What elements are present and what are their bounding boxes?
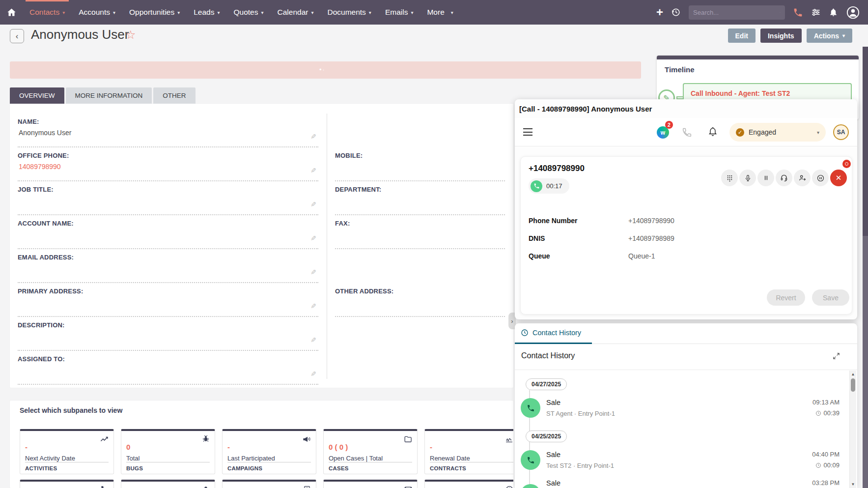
phone-icon	[100, 485, 109, 488]
nav-item-documents[interactable]: Documents▾	[320, 0, 378, 25]
alert-bar: •·	[10, 61, 641, 79]
call-timer-value: 00:17	[546, 182, 562, 190]
nav-item-contacts[interactable]: Contacts▾	[23, 0, 72, 25]
office-phone-link[interactable]: 14089798990	[19, 163, 61, 171]
agent-avatar[interactable]: SA	[833, 124, 849, 140]
folder-icon	[403, 434, 413, 444]
nav-item-emails[interactable]: Emails▾	[378, 0, 420, 25]
contact-detail-panel: NAME: Anonymous User ✎ OFFICE PHONE: 140…	[10, 104, 513, 388]
chevron-down-icon: ▾	[311, 10, 313, 15]
recording-indicator-icon	[842, 160, 851, 168]
nav-item-more[interactable]: More▾	[420, 0, 460, 25]
column-divider	[327, 114, 327, 379]
phone-icon[interactable]	[793, 7, 803, 18]
notifications-bell-icon[interactable]	[829, 7, 838, 17]
pencil-icon[interactable]: ✎	[310, 336, 316, 344]
chevron-down-icon: ▾	[177, 10, 180, 15]
scrollbar-thumb[interactable]	[851, 378, 855, 392]
field-description: DESCRIPTION: ✎	[18, 317, 318, 351]
subpanel-card-row2-1[interactable]	[20, 480, 114, 488]
history-scrollbar[interactable]: ▲ ▼	[849, 371, 856, 488]
scroll-down-icon[interactable]: ▼	[850, 482, 856, 487]
call-window-title: [Call - 14089798990] Anonymous User	[519, 105, 652, 113]
pencil-icon[interactable]: ✎	[310, 167, 316, 174]
hold-button[interactable]	[757, 170, 774, 186]
subpanel-card-campaigns[interactable]: - Last Participated CAMPAIGNS	[222, 429, 316, 474]
document-icon	[303, 485, 311, 488]
pencil-icon[interactable]: ✎	[310, 133, 316, 141]
end-call-button[interactable]: ✕	[830, 170, 847, 186]
insights-button[interactable]: Insights	[760, 29, 802, 43]
actions-button[interactable]: Actions▾	[807, 29, 852, 43]
timeline-title: Timeline	[665, 65, 695, 74]
subpanel-card-row2-4[interactable]	[323, 480, 418, 488]
pause-recording-button[interactable]	[812, 170, 829, 186]
tab-other[interactable]: OTHER	[153, 87, 195, 104]
subpanel-card-row2-5[interactable]	[424, 480, 513, 488]
back-button[interactable]: ‹	[10, 29, 24, 43]
call-active-phone-icon	[531, 180, 542, 192]
subpanel-card-activities[interactable]: - Next Activity Date ACTIVITIES	[20, 429, 114, 474]
subpanels-title: Select which subpanels to view	[20, 406, 122, 414]
chevron-down-icon: ▾	[842, 33, 845, 38]
active-call-card: +14089798990 00:17	[520, 156, 852, 315]
field-fax: FAX:	[335, 215, 505, 249]
tab-more-information[interactable]: MORE INFORMATION	[66, 87, 152, 104]
save-button[interactable]: Save	[812, 289, 849, 306]
nav-item-opportunities[interactable]: Opportunities▾	[122, 0, 187, 25]
pencil-icon[interactable]: ✎	[310, 234, 316, 242]
chevron-down-icon: ▾	[411, 10, 413, 15]
expand-icon[interactable]	[832, 352, 840, 360]
chevron-down-icon: ▾	[369, 10, 371, 15]
consult-headset-button[interactable]	[776, 170, 792, 186]
nav-item-leads[interactable]: Leads▾	[187, 0, 226, 25]
pencil-icon[interactable]: ✎	[310, 268, 316, 276]
dialer-phone-icon[interactable]	[682, 127, 692, 138]
subpanel-card-cases[interactable]: 0 ( 0 ) Open Cases | Total CASES	[323, 429, 418, 474]
favorite-star-icon[interactable]: ☆	[125, 28, 136, 42]
clock-icon	[505, 485, 513, 488]
widget-bell-icon[interactable]	[708, 126, 718, 137]
chevron-down-icon: ▾	[817, 130, 819, 135]
agent-status-dropdown[interactable]: ✓ Engaged ▾	[729, 123, 826, 142]
bug-icon	[201, 434, 210, 443]
field-email-address: EMAIL ADDRESS: ✎	[18, 249, 318, 283]
recently-viewed-icon[interactable]	[671, 7, 681, 17]
home-icon[interactable]	[0, 8, 23, 17]
keypad-button[interactable]	[721, 170, 738, 186]
subpanel-card-row2-2[interactable]	[121, 480, 215, 488]
nav-item-quotes[interactable]: Quotes▾	[227, 0, 271, 25]
nav-item-calendar[interactable]: Calendar▾	[271, 0, 321, 25]
call-widget-header: w 2 ✓ Engaged ▾ SA	[515, 118, 857, 146]
tab-contact-history[interactable]: Contact History	[521, 329, 581, 337]
subpanel-card-contracts[interactable]: - Renewal Date CONTRACTS	[424, 429, 513, 474]
page-scrollbar[interactable]	[863, 47, 868, 488]
page-scrollbar-thumb[interactable]	[863, 47, 868, 236]
page-header: ‹ Anonymous User ☆ Edit Insights Actions…	[0, 25, 868, 47]
scroll-up-icon[interactable]: ▲	[850, 372, 856, 376]
subpanel-card-row2-3[interactable]	[222, 480, 316, 488]
pencil-icon[interactable]: ✎	[310, 201, 316, 208]
pencil-icon[interactable]: ✎	[310, 370, 316, 378]
call-widget: › [Call - 14089798990] Anonymous User w …	[515, 99, 857, 488]
nav-item-accounts[interactable]: Accounts▾	[72, 0, 122, 25]
user-avatar-icon[interactable]	[846, 5, 860, 20]
search-icon[interactable]	[780, 9, 781, 16]
settings-sliders-icon[interactable]	[811, 7, 821, 17]
call-timer: 00:17	[529, 178, 569, 194]
app-root: Contacts▾ Accounts▾ Opportunities▾ Leads…	[0, 0, 868, 488]
revert-button[interactable]: Revert	[767, 289, 805, 306]
menu-hamburger-icon[interactable]	[523, 128, 532, 138]
edit-button[interactable]: Edit	[728, 29, 756, 43]
transfer-button[interactable]	[794, 170, 811, 186]
quick-create-icon[interactable]: +	[656, 6, 663, 18]
mute-mic-button[interactable]	[739, 170, 756, 186]
duration: 00:09	[815, 461, 840, 469]
pencil-icon[interactable]: ✎	[310, 302, 316, 310]
page-title: Anonymous User	[31, 27, 129, 42]
tab-overview[interactable]: OVERVIEW	[10, 87, 64, 104]
megaphone-icon	[302, 434, 311, 444]
search-input[interactable]	[693, 9, 780, 16]
call-controls: ✕	[721, 170, 847, 186]
subpanel-card-bugs[interactable]: 0 Total BUGS	[121, 429, 215, 474]
